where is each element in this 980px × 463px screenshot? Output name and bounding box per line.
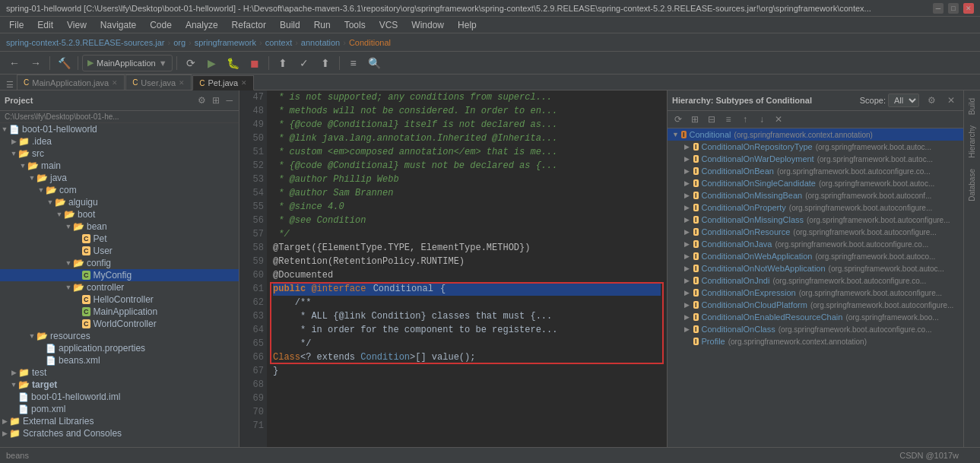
menu-item-edit[interactable]: Edit — [31, 18, 59, 32]
tree-node-idea[interactable]: ▶📁.idea — [0, 135, 239, 147]
code-area[interactable]: * is not supported; any conditions from … — [267, 90, 667, 447]
tree-node-myconfig[interactable]: CMyConfig — [0, 269, 239, 281]
tree-node-hellocontroller[interactable]: CHelloController — [0, 293, 239, 306]
menu-item-build[interactable]: Build — [274, 18, 306, 32]
tree-node-externallibraries[interactable]: ▶📁External Libraries — [0, 415, 239, 427]
hier-item-conditionalonmissingbean[interactable]: ▶IConditionalOnMissingBean(org.springfra… — [668, 189, 963, 201]
tree-node-controller[interactable]: ▼📂controller — [0, 281, 239, 293]
tree-node-main[interactable]: ▼📂main — [0, 160, 239, 172]
forward-button[interactable]: → — [26, 54, 46, 72]
tree-node-beansxml[interactable]: 📄beans.xml — [0, 354, 239, 366]
hier-item-conditionaloncloudplatform[interactable]: ▶IConditionalOnCloudPlatform(org.springf… — [668, 299, 963, 311]
tab-mainapplicationjava[interactable]: CMainApplication.java ✕ — [17, 75, 125, 90]
debug-button[interactable]: 🐛 — [224, 54, 243, 72]
hier-item-profile[interactable]: IProfile(org.springframework.context.ann… — [668, 335, 963, 347]
minimize-button[interactable]: ─ — [933, 3, 944, 14]
tabs-scroll-left-icon[interactable]: ☰ — [3, 80, 17, 90]
run-button[interactable]: ▶ — [202, 54, 222, 72]
tree-node-applicationproperties[interactable]: 📄application.properties — [0, 342, 239, 354]
menu-item-run[interactable]: Run — [308, 18, 337, 32]
hier-arrow-down-icon[interactable]: ↓ — [754, 113, 769, 126]
menu-item-vcs[interactable]: VCS — [373, 18, 404, 32]
sidebar-gear-icon[interactable]: ⚙ — [196, 94, 208, 107]
tab-close-button[interactable]: ✕ — [112, 79, 118, 87]
structure-button[interactable]: ≡ — [344, 54, 363, 72]
tree-node-boot01helloworldiml[interactable]: 📄boot-01-helloworld.iml — [0, 391, 239, 403]
tree-node-boot[interactable]: ▼📂boot — [0, 208, 239, 220]
menu-item-file[interactable]: File — [3, 18, 30, 32]
tree-node-com[interactable]: ▼📂com — [0, 184, 239, 196]
tree-node-mainapplication[interactable]: CMainApplication — [0, 306, 239, 318]
back-button[interactable]: ← — [5, 54, 24, 72]
tree-node-java[interactable]: ▼📂java — [0, 172, 239, 184]
tree-node-alguigu[interactable]: ▼📂alguigu — [0, 196, 239, 208]
hier-item-conditionalonwebapplication[interactable]: ▶IConditionalOnWebApplication(org.spring… — [668, 250, 963, 262]
tree-node-pomxml[interactable]: 📄pom.xml — [0, 403, 239, 415]
tab-close-button[interactable]: ✕ — [179, 79, 185, 87]
menu-item-view[interactable]: View — [61, 18, 93, 32]
hier-item-conditionalonjndi[interactable]: ▶IConditionalOnJndi(org.springframework.… — [668, 274, 963, 287]
hier-arrow-up-icon[interactable]: ↑ — [737, 113, 753, 126]
vcs-update-button[interactable]: ⬆ — [273, 54, 293, 72]
tree-node-resources[interactable]: ▼📂resources — [0, 330, 239, 342]
stop-button[interactable]: ◼ — [245, 54, 265, 72]
tab-userjava[interactable]: CUser.java ✕ — [125, 75, 192, 90]
menu-item-tools[interactable]: Tools — [338, 18, 372, 32]
hier-item-conditional[interactable]: ▼IConditional(org.springframework.contex… — [668, 128, 963, 141]
menu-item-help[interactable]: Help — [452, 18, 483, 32]
hier-item-conditionalonproperty[interactable]: ▶IConditionalOnProperty(org.springframew… — [668, 201, 963, 214]
tree-node-user[interactable]: CUser — [0, 245, 239, 257]
tree-node-target[interactable]: ▼📂target — [0, 379, 239, 391]
tab-close-button[interactable]: ✕ — [241, 79, 247, 87]
breadcrumb-item[interactable]: annotation — [301, 38, 340, 47]
hier-item-conditionalonbean[interactable]: ▶IConditionalOnBean(org.springframework.… — [668, 165, 963, 177]
menu-item-window[interactable]: Window — [405, 18, 450, 32]
hammer-button[interactable]: 🔨 — [54, 54, 74, 72]
vtab-build[interactable]: Build — [966, 94, 978, 119]
tree-node-bean[interactable]: ▼📂bean — [0, 220, 239, 233]
close-button[interactable]: ✕ — [963, 3, 974, 14]
tree-node-pet[interactable]: CPet — [0, 233, 239, 245]
tree-node-src[interactable]: ▼📂src — [0, 147, 239, 160]
tree-node-config[interactable]: ▼📂config — [0, 257, 239, 269]
breadcrumb-item[interactable]: org — [173, 38, 186, 47]
menu-item-code[interactable]: Code — [144, 18, 178, 32]
breadcrumb-item[interactable]: springframework — [195, 38, 256, 47]
tree-node-scratchesandconsoles[interactable]: ▶📁Scratches and Consoles — [0, 427, 239, 439]
hier-close-button[interactable]: ✕ — [944, 94, 959, 107]
breadcrumb-item[interactable]: context — [265, 38, 292, 47]
hier-expand-icon[interactable]: ⊞ — [687, 113, 702, 126]
vtab-database[interactable]: Database — [966, 164, 978, 206]
hier-item-conditionalonsinglecandidate[interactable]: ▶IConditionalOnSingleCandidate(org.sprin… — [668, 177, 963, 189]
hier-item-conditionalonexpression[interactable]: ▶IConditionalOnExpression(org.springfram… — [668, 287, 963, 299]
run-config-dropdown[interactable]: ▶ MainApplication ▼ — [82, 55, 173, 71]
scope-select[interactable]: All — [888, 94, 919, 107]
hier-item-conditionalonwardeployment[interactable]: ▶IConditionalOnWarDeployment(org.springf… — [668, 153, 963, 165]
hier-item-conditionalonrepositorytype[interactable]: ▶IConditionalOnRepositoryType(org.spring… — [668, 141, 963, 153]
menu-item-analyze[interactable]: Analyze — [179, 18, 224, 32]
refresh-button[interactable]: ⟳ — [181, 54, 201, 72]
hier-settings-button[interactable]: ⚙ — [924, 94, 939, 107]
vcs-commit-button[interactable]: ✓ — [294, 54, 314, 72]
search-button[interactable]: 🔍 — [365, 54, 385, 72]
maximize-button[interactable]: □ — [948, 3, 959, 14]
vtab-hierarchy[interactable]: Hierarchy — [966, 121, 978, 163]
hier-collapse-icon[interactable]: ⊟ — [704, 113, 719, 126]
hier-filter-icon[interactable]: ≡ — [721, 113, 736, 126]
hier-refresh-icon[interactable]: ⟳ — [671, 113, 686, 126]
hier-item-conditionalonmissingclass[interactable]: ▶IConditionalOnMissingClass(org.springfr… — [668, 214, 963, 226]
hier-item-conditionalonjava[interactable]: ▶IConditionalOnJava(org.springframework.… — [668, 238, 963, 250]
hier-item-conditionalonresource[interactable]: ▶IConditionalOnResource(org.springframew… — [668, 226, 963, 238]
sidebar-collapse-icon[interactable]: ─ — [224, 94, 234, 107]
tree-node-test[interactable]: ▶📁test — [0, 366, 239, 379]
tab-petjava[interactable]: CPet.java ✕ — [192, 75, 254, 90]
hier-close2-icon[interactable]: ✕ — [771, 113, 786, 126]
sidebar-layout-icon[interactable]: ⊞ — [211, 94, 221, 107]
hier-item-conditionalonnotwebapplication[interactable]: ▶IConditionalOnNotWebApplication(org.spr… — [668, 262, 963, 274]
breadcrumb-item[interactable]: spring-context-5.2.9.RELEASE-sources.jar — [6, 38, 164, 47]
menu-item-refactor[interactable]: Refactor — [226, 18, 272, 32]
hier-item-conditionalonclass[interactable]: ▶IConditionalOnClass(org.springframework… — [668, 323, 963, 335]
menu-item-navigate[interactable]: Navigate — [94, 18, 142, 32]
tree-node-worldcontroller[interactable]: CWorldController — [0, 318, 239, 330]
tree-node-boot01helloworld[interactable]: ▼📄boot-01-helloworld — [0, 123, 239, 135]
